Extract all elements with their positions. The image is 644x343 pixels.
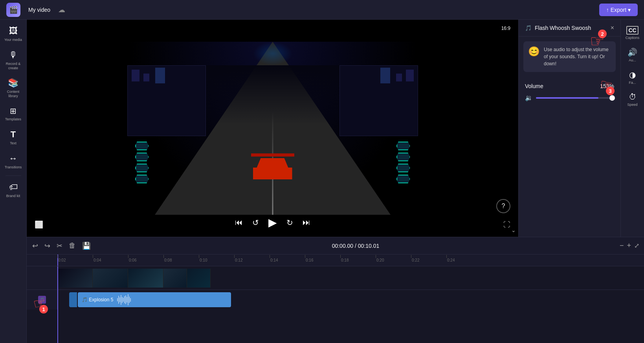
right-sidebar-item-captions[interactable]: CC Captions [622,23,643,43]
building-left [127,65,206,136]
sidebar-item-text[interactable]: T Text [2,126,25,149]
wave-bar [125,295,126,304]
road-center-line [272,42,273,215]
sidebar-item-transitions[interactable]: ↔ Transitions [2,150,25,173]
aspect-ratio-badge: 16:9 [498,24,514,32]
preview-section: 16:9 ⏮ ↺ ▶ ↻ ⏭ ⬜ ⛶ ? ⌄ [27,20,644,237]
fade-icon: ◑ [629,70,636,79]
wave-bar [122,297,123,303]
preview-video: 16:9 ⏮ ↺ ▶ ↻ ⏭ ⬜ ⛶ ? ⌄ [27,20,518,237]
export-button[interactable]: ↑ Export ▾ [599,4,638,16]
content-area: 16:9 ⏮ ↺ ▶ ↻ ⏭ ⬜ ⛶ ? ⌄ [27,20,644,343]
ruler-marks: 0:02 0:04 0:06 0:08 0:10 0:12 0:14 0:16 … [57,258,482,262]
sidebar-item-brand-kit[interactable]: 🏷 Brand kit [2,179,25,201]
cut-button[interactable]: ✂ [56,241,63,251]
skip-to-end-button[interactable]: ⏭ [301,216,312,229]
transitions-icon: ↔ [9,153,18,164]
volume-fill [536,97,598,99]
text-icon: T [11,129,16,140]
ruler-mark-0-02: 0:02 [57,258,93,262]
top-bar-left: 🎬 My video ☁ [6,3,65,17]
wave-bar [121,295,121,305]
wave-bar [124,296,125,303]
caption-toggle-button[interactable]: ⬜ [35,220,43,229]
audio-track-icon[interactable]: 🎵 [38,296,46,304]
audio-track-row: 🎵 🎵 Explosion 5 [27,290,644,310]
fade-label: Fa... [629,81,636,85]
audio-clip[interactable]: 🎵 Explosion 5 [78,292,231,307]
video-track-label [27,266,57,290]
app-logo-icon: 🎬 [9,6,18,14]
volume-low-icon: 🔉 [525,94,533,101]
ruler-mark-0-12: 0:12 [234,258,270,262]
project-name-button[interactable]: My video [25,5,53,15]
save-button[interactable]: 💾 [81,241,92,251]
ruler-mark-0-04: 0:04 [93,258,128,262]
fast-forward-button[interactable]: ↻ [285,216,295,229]
redo-button[interactable]: ↪ [44,241,51,251]
play-pause-button[interactable]: ▶ [267,214,279,231]
timeline-section: ↩ ↪ ✂ 🗑 💾 00:00.00 / 00:10.01 − + ⤢ 0:02… [27,237,644,343]
right-sidebar-item-speed[interactable]: ⏱ Speed [622,89,643,110]
speed-label: Speed [627,103,637,107]
sidebar-item-label-text: Text [10,141,17,146]
right-sidebar-item-audio[interactable]: 🔊 Au... [622,44,643,65]
sidebar-item-label-brand-kit: Brand kit [6,194,20,198]
right-sidebar-item-fade[interactable]: ◑ Fa... [622,67,643,88]
wave-bar [128,294,128,305]
skip-to-start-button[interactable]: ⏮ [233,216,244,229]
collapse-section: ⌄ [511,227,516,234]
delete-button[interactable]: 🗑 [68,241,77,251]
ruler-mark-0-08: 0:08 [163,258,199,262]
wave-bar [130,298,131,302]
car-spoiler [251,153,294,157]
sidebar-item-content-library[interactable]: 📚 Contentlibrary [2,75,25,101]
wave-bar [118,296,119,304]
ruler-mark-0-16: 0:16 [305,258,340,262]
sidebar-item-label-record-create: Record &create [6,62,21,70]
sidebar-item-templates[interactable]: ⊞ Templates [2,103,25,125]
fit-timeline-button[interactable]: ⤢ [634,242,639,249]
undo-button[interactable]: ↩ [31,241,39,251]
audio-icon: 🔊 [627,48,637,57]
volume-label: Volume [525,83,543,89]
barriers-left [135,142,149,183]
volume-thumb[interactable] [609,95,615,101]
collapse-button[interactable]: ⌄ [511,227,516,233]
audio-clip-start-button[interactable] [69,292,77,307]
sidebar-item-record-create[interactable]: 🎙 Record &create [2,47,25,74]
rewind-button[interactable]: ↺ [251,216,261,229]
wave-bar [129,297,130,303]
wave-bar [117,298,118,301]
clip-thumb-4 [163,269,187,288]
help-button[interactable]: ? [496,199,510,213]
video-clip[interactable] [57,269,228,288]
ruler-mark-0-06: 0:06 [128,258,163,262]
cloud-save-icon: ☁ [58,6,65,14]
tunnel-glow [253,42,292,65]
sidebar-item-label-transitions: Transitions [5,165,22,170]
zoom-out-button[interactable]: − [620,242,624,250]
fullscreen-button[interactable]: ⛶ [503,221,510,229]
record-create-icon: 🎙 [9,50,18,60]
volume-header: Volume 153% [525,83,614,89]
ruler-mark-0-10: 0:10 [199,258,234,262]
clip-thumb-5 [187,269,211,288]
zoom-in-button[interactable]: + [627,242,631,250]
ruler-mark-0-18: 0:18 [340,258,376,262]
sidebar-item-label-your-media: Your media [4,38,22,42]
left-sidebar: 🖼 Your media 🎙 Record &create 📚 Contentl… [0,20,27,343]
volume-slider-row: 🔉 [525,94,614,101]
volume-slider[interactable] [536,97,614,99]
top-bar: 🎬 My video ☁ ↑ Export ▾ [0,0,644,20]
ruler-mark-0-20: 0:20 [376,258,411,262]
audio-track-content: 🎵 Explosion 5 [57,290,644,310]
clip-thumb-2 [93,269,128,288]
your-media-icon: 🖼 [9,26,18,36]
app-logo: 🎬 [6,3,20,17]
ruler-mark-0-14: 0:14 [270,258,305,262]
right-panel-title: Flash Whoosh Swoosh [535,25,591,31]
sidebar-item-your-media[interactable]: 🖼 Your media [2,23,25,45]
sidebar-item-label-templates: Templates [5,117,21,122]
close-panel-button[interactable]: × [611,24,614,31]
